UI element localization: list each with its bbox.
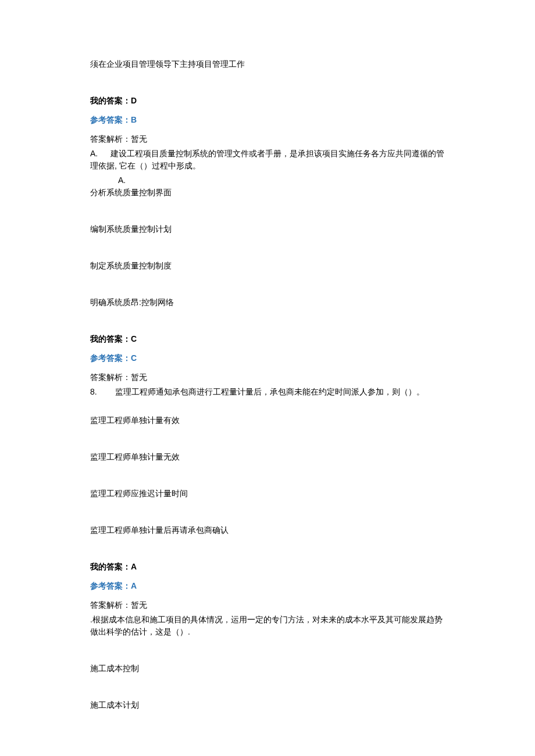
q8-option-d: 监理工程师单独计量后再请承包商确认 [90, 524, 445, 536]
q7-inner-label: A. [90, 174, 126, 187]
q7-ref-answer: 参考答案：C [90, 352, 445, 364]
q8-explanation: 答案解析：暂无 [90, 599, 445, 611]
q7-stem-block: A. 建设工程项目质量控制系统的管理文件或者手册，是承担该项目实施任务各方应共同… [90, 148, 445, 172]
explain-label: 答案解析： [90, 134, 131, 144]
q7-option-a: 分析系统质量控制界面 [90, 187, 445, 199]
q8-option-c: 监理工程师应推迟计量时间 [90, 488, 445, 500]
q8-option-a: 监理工程师单独计量有效 [90, 414, 445, 427]
q6-option-tail: 须在企业项目管理领导下主持项目管理工作 [90, 58, 445, 70]
q7-option-c: 制定系统质量控制制度 [90, 260, 445, 272]
ref-answer-value: A [131, 581, 137, 590]
my-answer-label: 我的答案： [90, 562, 131, 571]
q9-option-a: 施工成本控制 [90, 662, 445, 675]
explain-value: 暂无 [131, 134, 147, 144]
document-page: 须在企业项目管理领导下主持项目管理工作 我的答案：D 参考答案：B 答案解析：暂… [0, 0, 535, 734]
my-answer-label: 我的答案： [90, 334, 131, 343]
q9-stem-block: .根据成本信息和施工项目的具体情况，运用一定的专门方法，对未来的成本水平及其可能… [90, 614, 445, 638]
q6-my-answer: 我的答案：D [90, 95, 445, 107]
ref-answer-label: 参考答案： [90, 115, 131, 124]
q8-stem-block: 8. 监理工程师通知承包商进行工程量计量后，承包商未能在约定时间派人参加，则（）… [90, 386, 445, 398]
explain-value: 暂无 [131, 372, 147, 382]
ref-answer-value: B [131, 115, 137, 124]
q7-my-answer: 我的答案：C [90, 333, 445, 345]
q8-stem-text: 监理工程师通知承包商进行工程量计量后，承包商未能在约定时间派人参加，则（）。 [115, 387, 425, 396]
q8-option-b: 监理工程师单独计量无效 [90, 451, 445, 463]
my-answer-value: C [131, 334, 137, 343]
q8-number: 8. [90, 386, 99, 398]
q8-ref-answer: 参考答案：A [90, 580, 445, 592]
ref-answer-label: 参考答案： [90, 353, 131, 363]
q7-inner-label-line: A. [90, 174, 445, 187]
ref-answer-value: C [131, 353, 137, 363]
my-answer-value: A [131, 562, 137, 571]
q7-stem-text: 建设工程项目质量控制系统的管理文件或者手册，是承担该项目实施任务各方应共同遵循的… [90, 149, 444, 170]
q7-number: A. [90, 148, 99, 160]
explain-value: 暂无 [131, 600, 147, 610]
my-answer-value: D [131, 96, 137, 105]
ref-answer-label: 参考答案： [90, 581, 131, 590]
explain-label: 答案解析： [90, 372, 131, 382]
q7-explanation: 答案解析：暂无 [90, 371, 445, 384]
q6-ref-answer: 参考答案：B [90, 114, 445, 126]
q7-option-b: 编制系统质量控制计划 [90, 223, 445, 235]
q7-option-d: 明确系统质昂:控制网络 [90, 296, 445, 309]
q9-option-b: 施工成本计划 [90, 699, 445, 711]
explain-label: 答案解析： [90, 600, 131, 610]
q6-explanation: 答案解析：暂无 [90, 133, 445, 145]
my-answer-label: 我的答案： [90, 96, 131, 105]
q8-my-answer: 我的答案：A [90, 561, 445, 573]
